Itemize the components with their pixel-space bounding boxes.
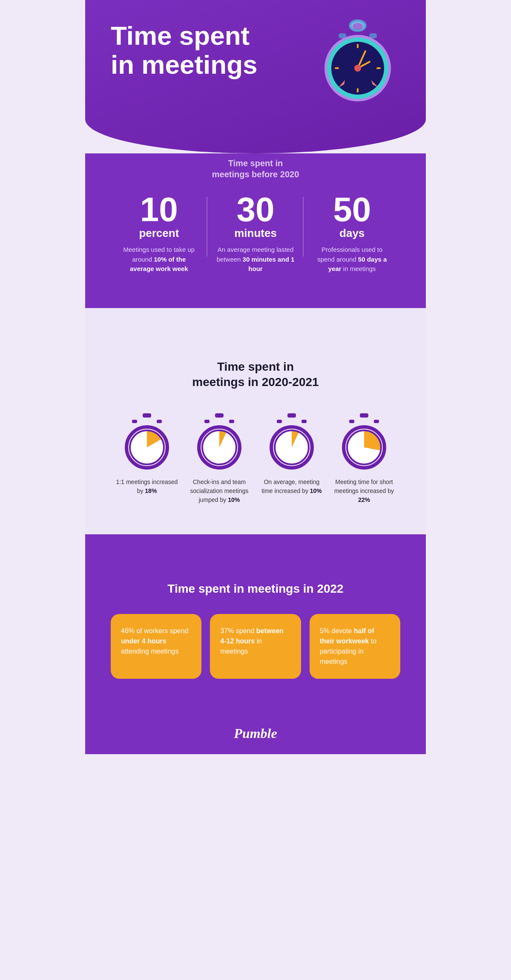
card-5-text: 5% devote half of their workweek to part… xyxy=(320,627,376,665)
svg-rect-8 xyxy=(357,88,359,92)
svg-rect-35 xyxy=(349,420,354,423)
header-section: Time spent in meetings xyxy=(85,0,426,153)
stats-row: 10 percent Meetings used to take up arou… xyxy=(111,193,400,274)
stopwatch-4-desc: Meeting time for short meetings increase… xyxy=(332,478,396,504)
stat-number-10: 10 xyxy=(119,193,199,227)
stat-desc-percent: Meetings used to take up around 10% of t… xyxy=(119,245,199,274)
stat-desc-minutes: An average meeting lasted between 30 min… xyxy=(216,245,296,274)
header-top: Time spent in meetings xyxy=(111,21,400,102)
svg-rect-17 xyxy=(132,420,137,423)
svg-rect-29 xyxy=(277,420,282,423)
section-2020-title: Time spent in meetings in 2020-2021 xyxy=(111,359,400,390)
before-2020-subtitle: Time spent in meetings before 2020 xyxy=(111,158,400,180)
stat-30-minutes: 30 minutes An average meeting lasted bet… xyxy=(207,193,304,274)
svg-rect-9 xyxy=(335,67,339,69)
clock-svg xyxy=(315,17,400,111)
card-37-text: 37% spend between 4-12 hours in meetings xyxy=(220,627,284,655)
before-2020-section: Time spent in meetings before 2020 10 pe… xyxy=(85,153,426,308)
clock-illustration xyxy=(315,17,400,102)
stat-desc-days: Professionals used to spend around 50 da… xyxy=(312,245,392,274)
svg-rect-7 xyxy=(357,44,359,48)
stopwatch-1-icon xyxy=(119,411,175,471)
svg-point-1 xyxy=(353,23,363,30)
curve-divider-2 xyxy=(85,534,426,560)
stopwatch-3-icon xyxy=(264,411,319,471)
curve-divider-1 xyxy=(85,308,426,334)
stat-unit-percent: percent xyxy=(119,227,199,240)
svg-rect-36 xyxy=(374,420,379,423)
card-46pct: 46% of workers spend under 4 hours atten… xyxy=(111,614,201,679)
stat-number-50: 50 xyxy=(312,193,392,227)
stat-unit-minutes: minutes xyxy=(216,227,296,240)
stopwatch-2-desc: Check-ins and team socialization meeting… xyxy=(187,478,251,504)
stopwatch-22pct: Meeting time for short meetings increase… xyxy=(328,411,400,504)
svg-rect-30 xyxy=(301,420,307,423)
section-2022: Time spent in meetings in 2022 46% of wo… xyxy=(85,560,426,712)
stopwatch-1-desc: 1:1 meetings increased by 18% xyxy=(115,478,179,496)
svg-rect-34 xyxy=(360,413,368,418)
stopwatch-row: 1:1 meetings increased by 18% Check-ins … xyxy=(111,411,400,504)
card-46-text: 46% of workers spend under 4 hours atten… xyxy=(121,627,188,655)
stopwatch-10pct-checkin: Check-ins and team socialization meeting… xyxy=(183,411,256,504)
stopwatch-4-icon xyxy=(336,411,392,471)
cards-row-2022: 46% of workers spend under 4 hours atten… xyxy=(111,614,400,679)
footer: Pumble xyxy=(85,713,426,754)
section-2022-title: Time spent in meetings in 2022 xyxy=(111,581,400,597)
svg-rect-22 xyxy=(215,413,224,418)
svg-rect-24 xyxy=(229,420,234,423)
stopwatch-3-desc: On average, meeting time increased by 10… xyxy=(260,478,324,496)
stat-unit-days: days xyxy=(312,227,392,240)
svg-rect-10 xyxy=(376,67,381,69)
stopwatch-10pct-avg: On average, meeting time increased by 10… xyxy=(256,411,328,496)
stat-number-30: 30 xyxy=(216,193,296,227)
svg-rect-23 xyxy=(204,420,210,423)
stat-10-percent: 10 percent Meetings used to take up arou… xyxy=(111,193,207,274)
stopwatch-2-icon xyxy=(192,411,247,471)
section-2020-2021: Time spent in meetings in 2020-2021 1:1 xyxy=(85,334,426,535)
svg-point-13 xyxy=(354,65,361,72)
pumble-logo: Pumble xyxy=(98,726,413,741)
svg-rect-28 xyxy=(287,413,296,418)
card-5pct: 5% devote half of their workweek to part… xyxy=(310,614,400,679)
svg-rect-18 xyxy=(157,420,162,423)
stopwatch-18pct: 1:1 meetings increased by 18% xyxy=(111,411,183,496)
svg-rect-16 xyxy=(143,413,151,418)
card-37pct: 37% spend between 4-12 hours in meetings xyxy=(210,614,301,679)
main-title: Time spent in meetings xyxy=(111,21,258,79)
stat-50-days: 50 days Professionals used to spend arou… xyxy=(304,193,400,274)
